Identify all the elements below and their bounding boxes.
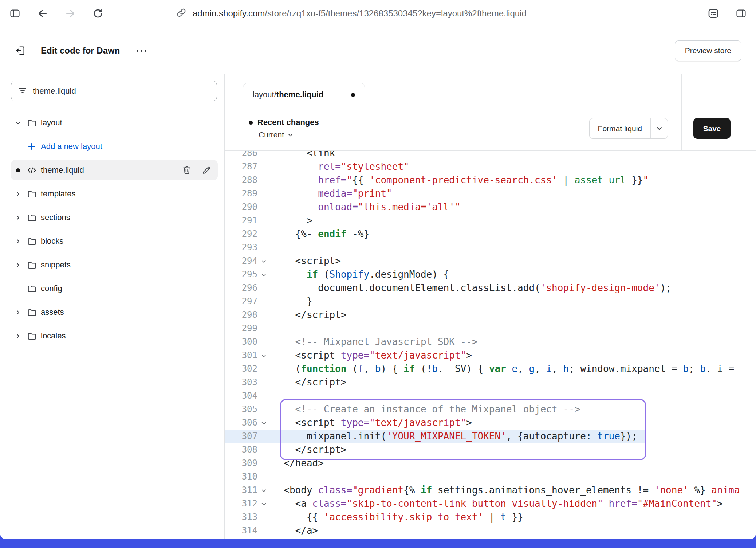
code-text: media="print" xyxy=(270,187,756,200)
file-search[interactable] xyxy=(11,81,217,101)
code-text: rel="stylesheet" xyxy=(270,160,756,173)
back-icon[interactable] xyxy=(36,7,49,20)
gutter: 313 xyxy=(225,510,270,524)
folder-icon xyxy=(25,234,39,248)
code-text: </a> xyxy=(270,524,756,537)
more-actions-button[interactable] xyxy=(133,46,150,55)
code-line-307[interactable]: 307 mixpanel.init('YOUR_MIXPANEL_TOKEN',… xyxy=(225,430,756,443)
code-area[interactable]: 286 <link287 rel="stylesheet"288 href="{… xyxy=(225,151,756,539)
code-line-293[interactable]: 293 xyxy=(225,241,756,254)
sidebar-folder-sections[interactable]: sections xyxy=(11,207,218,228)
rename-file-button[interactable] xyxy=(201,165,212,176)
line-number: 291 xyxy=(242,215,257,226)
sidebar-file-theme.liquid[interactable]: theme.liquid xyxy=(11,160,218,180)
add-new-layout-button[interactable]: Add a new layout xyxy=(11,136,218,157)
code-line-295[interactable]: 295 if (Shopify.designMode) { xyxy=(225,268,756,281)
save-area-divider xyxy=(681,74,682,151)
code-line-296[interactable]: 296 document.documentElement.classList.a… xyxy=(225,281,756,295)
line-number: 314 xyxy=(242,525,257,536)
link-icon xyxy=(176,7,187,20)
folder-icon xyxy=(25,258,39,272)
chevron-down-icon[interactable] xyxy=(11,116,25,130)
code-line-303[interactable]: 303 </script> xyxy=(225,376,756,389)
chevron-right-icon[interactable] xyxy=(11,211,25,224)
code-line-301[interactable]: 301 <script type="text/javascript"> xyxy=(225,349,756,362)
version-dropdown[interactable]: Current xyxy=(259,130,319,139)
gutter: 286 xyxy=(225,151,270,160)
fold-toggle-icon[interactable] xyxy=(259,258,268,265)
fold-toggle-icon[interactable] xyxy=(259,487,268,494)
gutter: 310 xyxy=(225,470,270,484)
chevron-right-icon[interactable] xyxy=(11,258,25,272)
line-number: 296 xyxy=(242,283,257,293)
filter-icon xyxy=(18,86,27,97)
code-line-290[interactable]: 290 onload="this.media='all'" xyxy=(225,200,756,214)
extensions-icon[interactable] xyxy=(707,7,720,20)
tree-item-label: sections xyxy=(41,213,70,222)
line-number: 310 xyxy=(242,471,257,482)
line-number: 295 xyxy=(242,269,257,279)
fold-toggle-icon[interactable] xyxy=(259,352,268,359)
chevron-right-icon[interactable] xyxy=(11,234,25,248)
line-number: 309 xyxy=(242,458,257,468)
code-line-306[interactable]: 306 <script type="text/javascript"> xyxy=(225,416,756,430)
sidebar-folder-locales[interactable]: locales xyxy=(11,326,218,346)
line-number: 290 xyxy=(242,202,257,212)
code-line-310[interactable]: 310 xyxy=(225,470,756,484)
sidebar-folder-snippets[interactable]: snippets xyxy=(11,255,218,275)
gutter: 301 xyxy=(225,349,270,362)
tab-filename: theme.liquid xyxy=(276,90,324,99)
sidebar-folder-blocks[interactable]: blocks xyxy=(11,231,218,251)
sidebar-folder-config[interactable]: config xyxy=(11,278,218,299)
code-text: <link xyxy=(270,151,756,160)
code-text xyxy=(270,470,756,484)
tab-theme-liquid[interactable]: layout/theme.liquid xyxy=(243,83,365,106)
address-bar[interactable]: admin.shopify.com/store/rzq1xu-f5/themes… xyxy=(176,7,527,20)
code-line-299[interactable]: 299 xyxy=(225,322,756,335)
code-line-311[interactable]: 311 <body class="gradient{% if settings.… xyxy=(225,484,756,497)
code-line-314[interactable]: 314 </a> xyxy=(225,524,756,537)
code-line-298[interactable]: 298 </script> xyxy=(225,308,756,322)
save-button[interactable]: Save xyxy=(693,118,731,139)
sidebar-folder-layout[interactable]: layout xyxy=(11,113,218,133)
code-line-291[interactable]: 291 > xyxy=(225,214,756,227)
code-line-297[interactable]: 297 } xyxy=(225,295,756,308)
exit-icon[interactable] xyxy=(15,44,27,57)
fold-toggle-icon[interactable] xyxy=(259,500,268,508)
fold-toggle-icon[interactable] xyxy=(259,419,268,427)
code-line-304[interactable]: 304 xyxy=(225,389,756,403)
code-line-286[interactable]: 286 <link xyxy=(225,151,756,160)
format-liquid-button[interactable]: Format liquid xyxy=(589,118,668,139)
code-line-287[interactable]: 287 rel="stylesheet" xyxy=(225,160,756,173)
code-line-312[interactable]: 312 <a class="skip-to-content-link butto… xyxy=(225,497,756,510)
gutter: 299 xyxy=(225,322,270,335)
format-options-chevron[interactable] xyxy=(650,118,668,138)
code-line-292[interactable]: 292 {%- endif -%} xyxy=(225,227,756,241)
chevron-right-icon[interactable] xyxy=(11,305,25,319)
sidebar-folder-templates[interactable]: templates xyxy=(11,184,218,204)
code-line-305[interactable]: 305 <!-- Create an instance of the Mixpa… xyxy=(225,403,756,416)
code-line-308[interactable]: 308 </script> xyxy=(225,443,756,457)
code-line-313[interactable]: 313 {{ 'accessibility.skip_to_text' | t … xyxy=(225,510,756,524)
line-number: 305 xyxy=(242,404,257,414)
sidebar-folder-assets[interactable]: assets xyxy=(11,302,218,322)
line-number: 306 xyxy=(242,418,257,428)
sidebar-toggle-icon[interactable] xyxy=(9,7,21,20)
code-line-309[interactable]: 309 </head> xyxy=(225,457,756,470)
code-line-294[interactable]: 294 <script> xyxy=(225,254,756,268)
preview-store-button[interactable]: Preview store xyxy=(675,40,741,61)
chevron-right-icon[interactable] xyxy=(11,329,25,343)
code-line-289[interactable]: 289 media="print" xyxy=(225,187,756,200)
side-panel-icon[interactable] xyxy=(735,7,747,20)
search-input[interactable] xyxy=(33,86,210,96)
code-line-300[interactable]: 300 <!-- Mixpanel Javascript SDK --> xyxy=(225,335,756,349)
code-text: (function (f, b) { if (!b.__SV) { var e,… xyxy=(270,362,756,376)
delete-file-button[interactable] xyxy=(181,165,192,176)
chevron-right-icon[interactable] xyxy=(11,187,25,201)
code-text: mixpanel.init('YOUR_MIXPANEL_TOKEN', {au… xyxy=(270,430,756,443)
line-number: 298 xyxy=(242,310,257,320)
code-line-288[interactable]: 288 href="{{ 'component-predictive-searc… xyxy=(225,173,756,187)
reload-icon[interactable] xyxy=(92,7,104,20)
fold-toggle-icon[interactable] xyxy=(259,271,268,278)
code-line-302[interactable]: 302 (function (f, b) { if (!b.__SV) { va… xyxy=(225,362,756,376)
